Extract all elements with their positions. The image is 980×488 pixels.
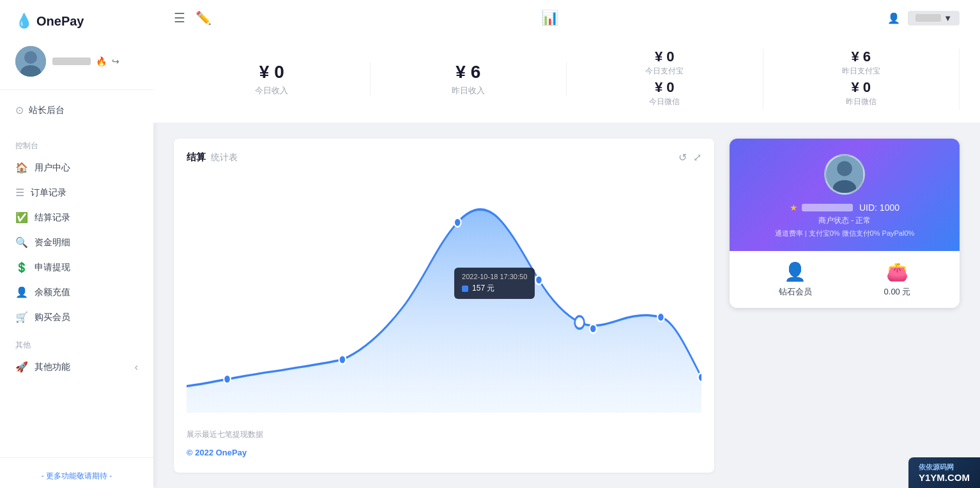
stats-row: ¥ 0 今日收入 ¥ 6 昨日收入 ¥ 0 今日支付宝 ¥ 0 今日微信 ¥ 6… — [153, 36, 980, 123]
sidebar-buy-membership-label: 购买会员 — [34, 312, 70, 323]
profile-name-bar — [52, 57, 91, 65]
topbar-chart-area: 📊 — [541, 10, 558, 26]
person-icon: 👤 — [887, 12, 900, 24]
search-icon: 🔍 — [15, 236, 28, 248]
sidebar-item-buy-membership[interactable]: 🛒 购买会员 — [0, 305, 153, 330]
sidebar-item-fund-details[interactable]: 🔍 资金明细 — [0, 230, 153, 255]
bottom-badge: 依依源码网 Y1YM.COM — [908, 457, 980, 488]
user-dropdown-button[interactable]: ▼ — [908, 11, 960, 26]
data-point-6 — [657, 313, 664, 322]
data-point-7 — [698, 373, 701, 382]
today-wechat-amount: ¥ 0 — [579, 79, 750, 96]
topbar-left: ☰ ✏️ — [174, 10, 211, 26]
today-wechat-label: 今日微信 — [579, 96, 750, 107]
data-point-2 — [339, 355, 346, 364]
svg-point-4 — [837, 161, 852, 176]
content-area: 结算 统计表 ↺ ⤢ — [153, 123, 980, 488]
diamond-membership-action[interactable]: 👤 钻石会员 — [779, 261, 812, 298]
stat-yesterday-group: ¥ 6 昨日支付宝 ¥ 0 昨日微信 — [763, 49, 960, 110]
chart-subtitle: 统计表 — [208, 151, 238, 162]
fire-icon[interactable]: 🔥 — [96, 56, 107, 66]
yesterday-income-label: 昨日收入 — [383, 85, 554, 96]
user-card-avatar — [824, 154, 865, 195]
today-alipay-label: 今日支付宝 — [579, 66, 750, 77]
sidebar-item-other-functions[interactable]: 🚀 其他功能 ‹ — [0, 355, 153, 379]
yesterday-wechat-amount: ¥ 0 — [776, 79, 947, 96]
sidebar-fund-details-label: 资金明细 — [34, 237, 70, 248]
data-point-3 — [454, 218, 461, 227]
diamond-label: 钻石会员 — [779, 286, 812, 298]
copyright-brand: OnePay — [216, 448, 247, 457]
sidebar-site-admin-section: ⊙ 站长后台 — [0, 90, 153, 130]
sidebar-footer-text: - 更多功能敬请期待 - — [42, 471, 112, 480]
sidebar-item-apply-withdraw[interactable]: 💲 申请提现 — [0, 255, 153, 280]
stat-today-income: ¥ 0 今日收入 — [174, 62, 371, 96]
profile-name-area: 🔥 ↪ — [52, 56, 119, 66]
svg-point-1 — [24, 51, 37, 64]
chart-footer: 展示最近七笔提现数据 — [187, 429, 701, 440]
data-point-1 — [224, 375, 231, 384]
today-income-amount: ¥ 0 — [187, 62, 357, 82]
sidebar-item-settlement-records[interactable]: ✅ 结算记录 — [0, 205, 153, 230]
expand-icon[interactable]: ⤢ — [693, 151, 701, 164]
recharge-icon: 👤 — [15, 286, 28, 298]
stat-today-wechat: ¥ 0 今日微信 — [579, 79, 750, 107]
sidebar-other-functions-label: 其他功能 — [34, 362, 70, 373]
today-income-label: 今日收入 — [187, 85, 357, 96]
sidebar-section-control: 控制台 — [0, 130, 153, 155]
menu-icon[interactable]: ☰ — [174, 10, 185, 26]
stat-yesterday-income: ¥ 6 昨日收入 — [371, 62, 567, 96]
sidebar-item-order-records[interactable]: ☰ 订单记录 — [0, 180, 153, 205]
refresh-icon[interactable]: ↺ — [678, 151, 687, 164]
user-card: ★ UID: 1000 商户状态 - 正常 通道费率 | 支付宝0% 微信支付0… — [730, 139, 960, 308]
yesterday-alipay-amount: ¥ 6 — [776, 49, 947, 65]
rocket-icon: 🚀 — [15, 361, 28, 373]
sidebar-balance-recharge-label: 余额充值 — [34, 287, 70, 298]
edit-icon[interactable]: ✏️ — [195, 10, 211, 26]
user-name-bar — [802, 204, 853, 211]
sidebar-item-site-admin[interactable]: ⊙ 站长后台 — [15, 98, 138, 123]
user-card-rate: 通道费率 | 支付宝0% 微信支付0% PayPal0% — [775, 229, 915, 238]
stat-today-alipay: ¥ 0 今日支付宝 — [579, 49, 750, 77]
user-card-status: 商户状态 - 正常 — [775, 215, 915, 226]
sidebar-logo: 💧 OnePay — [0, 0, 153, 40]
topbar-right: 👤 ▼ — [887, 11, 960, 26]
logout-icon[interactable]: ↪ — [112, 56, 119, 66]
wallet-icon: 👛 — [886, 261, 908, 282]
sidebar-item-balance-recharge[interactable]: 👤 余额充值 — [0, 280, 153, 305]
sidebar-site-admin-label: 站长后台 — [29, 105, 65, 116]
list-icon: ☰ — [15, 187, 24, 199]
user-card-bottom: 👤 钻石会员 👛 0.00 元 — [730, 251, 960, 308]
sidebar-apply-withdraw-label: 申请提现 — [34, 262, 70, 273]
dollar-icon: 💲 — [15, 261, 28, 273]
yesterday-income-amount: ¥ 6 — [383, 62, 554, 82]
user-card-background: ★ UID: 1000 商户状态 - 正常 通道费率 | 支付宝0% 微信支付0… — [730, 139, 960, 251]
user-card-info: ★ UID: 1000 商户状态 - 正常 通道费率 | 支付宝0% 微信支付0… — [775, 202, 915, 238]
app-name: OnePay — [36, 14, 84, 29]
balance-action[interactable]: 👛 0.00 元 — [884, 261, 911, 298]
today-alipay-amount: ¥ 0 — [579, 49, 750, 65]
badge-site: 依依源码网 — [919, 462, 970, 472]
avatar — [15, 46, 46, 77]
logo-drop-icon: 💧 — [15, 13, 33, 29]
star-icon: ★ — [790, 202, 798, 213]
yesterday-wechat-label: 昨日微信 — [776, 96, 947, 107]
badge-domain: Y1YM.COM — [919, 472, 970, 483]
sidebar-item-user-center[interactable]: 🏠 用户中心 — [0, 155, 153, 180]
stat-yesterday-alipay: ¥ 6 昨日支付宝 — [776, 49, 947, 77]
balance-amount: 0.00 元 — [884, 286, 911, 298]
data-point-5 — [590, 324, 597, 333]
chart-section: 结算 统计表 ↺ ⤢ — [174, 139, 714, 473]
sidebar: 💧 OnePay 🔥 ↪ ⊙ 站长后台 控制台 🏠 用户中心 ☰ 订单记录 — [0, 0, 153, 488]
stat-alipay-group: ¥ 0 今日支付宝 ¥ 0 今日微信 — [567, 49, 763, 110]
diamond-icon: 👤 — [784, 261, 806, 282]
chart-svg — [187, 174, 701, 422]
sidebar-settlement-records-label: 结算记录 — [34, 212, 70, 224]
sidebar-order-records-label: 订单记录 — [31, 187, 66, 199]
data-point-4 — [535, 275, 542, 284]
stat-yesterday-wechat: ¥ 0 昨日微信 — [776, 79, 947, 107]
chart-title-area: 结算 统计表 — [187, 151, 238, 164]
user-card-name: ★ UID: 1000 — [775, 202, 915, 213]
main-content: ☰ ✏️ 📊 👤 ▼ ¥ 0 今日收入 ¥ 6 昨日收入 ¥ 0 今日支付宝 — [153, 0, 980, 488]
chevron-down-icon: ▼ — [944, 13, 952, 23]
